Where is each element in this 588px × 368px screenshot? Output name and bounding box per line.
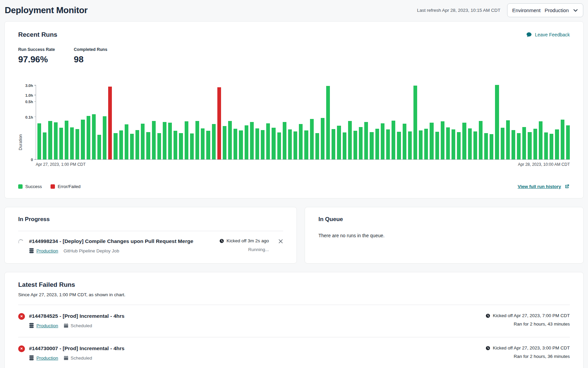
run-bar[interactable] <box>315 133 319 159</box>
run-bar[interactable] <box>561 120 564 159</box>
leave-feedback-link[interactable]: Leave Feedback <box>526 32 570 38</box>
run-bar[interactable] <box>413 86 417 159</box>
run-bar[interactable] <box>490 134 493 159</box>
run-bar[interactable] <box>43 132 47 159</box>
run-bar[interactable] <box>163 122 166 159</box>
run-bar[interactable] <box>190 133 194 159</box>
run-bar[interactable] <box>272 128 275 159</box>
run-bar[interactable] <box>288 129 292 159</box>
run-bar[interactable] <box>65 121 68 159</box>
run-bar[interactable] <box>70 127 74 159</box>
run-bar[interactable] <box>75 129 79 159</box>
run-bar[interactable] <box>381 123 384 160</box>
run-bar[interactable] <box>544 132 548 159</box>
run-bar[interactable] <box>92 114 96 159</box>
run-bar[interactable] <box>283 122 286 159</box>
run-bar[interactable] <box>266 123 270 160</box>
environment-link[interactable]: Production <box>36 356 58 361</box>
run-bar[interactable] <box>348 121 352 159</box>
run-bar[interactable] <box>375 129 379 159</box>
run-bar[interactable] <box>119 130 123 159</box>
run-bar[interactable] <box>386 129 390 159</box>
run-bar[interactable] <box>403 124 406 159</box>
run-bar[interactable] <box>217 87 221 159</box>
run-bar[interactable] <box>97 135 101 159</box>
run-bar[interactable] <box>522 127 526 159</box>
run-bar[interactable] <box>37 123 41 160</box>
run-bar[interactable] <box>446 127 450 159</box>
run-bar[interactable] <box>452 129 455 159</box>
run-bar[interactable] <box>168 123 172 159</box>
run-bar[interactable] <box>277 132 281 159</box>
environment-dropdown[interactable]: Environment Production <box>507 3 583 17</box>
run-bar[interactable] <box>310 119 314 159</box>
run-bar[interactable] <box>430 123 433 159</box>
run-bar[interactable] <box>528 132 531 159</box>
run-bar[interactable] <box>484 133 488 159</box>
run-bar[interactable] <box>81 120 85 159</box>
run-bar[interactable] <box>353 131 357 159</box>
run-bar[interactable] <box>141 124 145 159</box>
run-bar[interactable] <box>304 130 308 159</box>
run-bar[interactable] <box>512 130 515 159</box>
run-bar[interactable] <box>201 128 205 159</box>
run-bar[interactable] <box>501 128 504 159</box>
run-bar[interactable] <box>212 124 216 159</box>
run-bar[interactable] <box>419 130 423 159</box>
run-bar[interactable] <box>550 134 553 159</box>
run-bar[interactable] <box>299 124 303 159</box>
run-bar[interactable] <box>424 129 428 159</box>
run-bar[interactable] <box>195 121 199 159</box>
run-bar[interactable] <box>245 125 248 159</box>
run-bar[interactable] <box>457 132 461 159</box>
run-bar[interactable] <box>397 132 401 159</box>
run-bar[interactable] <box>250 122 254 159</box>
run-bar[interactable] <box>239 130 243 159</box>
run-bar[interactable] <box>48 121 52 159</box>
run-bar[interactable] <box>392 121 395 159</box>
run-bar[interactable] <box>326 86 330 160</box>
run-bar[interactable] <box>135 130 139 159</box>
run-bar[interactable] <box>555 129 559 159</box>
run-bar[interactable] <box>566 125 570 159</box>
run-bar[interactable] <box>332 129 335 159</box>
cancel-run-button[interactable] <box>278 239 283 244</box>
view-full-run-history-link[interactable]: View full run history <box>518 184 570 189</box>
run-bar[interactable] <box>87 116 90 159</box>
run-bar[interactable] <box>223 126 226 159</box>
run-bar[interactable] <box>152 121 156 159</box>
run-bar[interactable] <box>293 131 297 160</box>
run-bar[interactable] <box>370 132 373 159</box>
run-bar[interactable] <box>539 121 543 159</box>
environment-link[interactable]: Production <box>36 248 58 253</box>
run-bar[interactable] <box>408 131 412 160</box>
run-bar[interactable] <box>506 120 510 159</box>
run-bar[interactable] <box>103 116 106 159</box>
run-bar[interactable] <box>517 133 521 159</box>
run-bar[interactable] <box>108 87 112 159</box>
run-bar[interactable] <box>435 132 439 159</box>
run-bar[interactable] <box>359 127 363 159</box>
run-bar[interactable] <box>228 121 232 159</box>
run-bar[interactable] <box>441 121 444 159</box>
run-bar[interactable] <box>473 131 477 160</box>
run-bar[interactable] <box>321 118 324 159</box>
run-bar[interactable] <box>179 133 183 159</box>
run-bar[interactable] <box>495 85 499 160</box>
run-bar[interactable] <box>114 133 117 159</box>
run-bar[interactable] <box>261 130 265 159</box>
run-bar[interactable] <box>130 134 134 159</box>
run-bar[interactable] <box>234 129 237 159</box>
run-bar[interactable] <box>206 131 210 159</box>
run-bar[interactable] <box>479 121 483 159</box>
run-bar[interactable] <box>337 126 341 159</box>
run-bar[interactable] <box>54 122 58 159</box>
run-bar[interactable] <box>255 128 259 159</box>
run-bar[interactable] <box>125 124 128 159</box>
run-bar[interactable] <box>59 128 63 159</box>
run-bar[interactable] <box>533 129 537 159</box>
run-bar[interactable] <box>364 122 368 159</box>
run-bar[interactable] <box>468 128 472 159</box>
run-bar[interactable] <box>146 132 150 159</box>
environment-link[interactable]: Production <box>36 323 58 328</box>
